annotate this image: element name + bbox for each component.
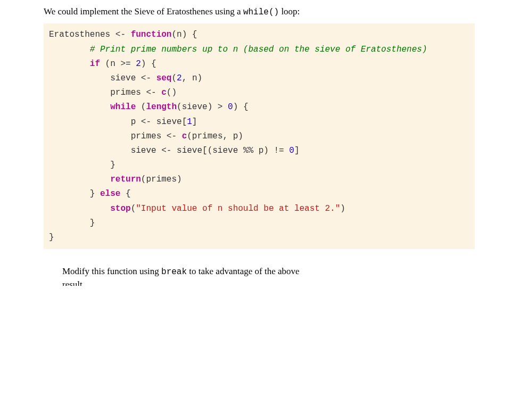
code-token: (primes) [141, 175, 182, 184]
code-token: ) { [141, 59, 156, 69]
code-func-seq: seq [156, 73, 172, 83]
code-token: sieve [49, 146, 161, 155]
code-token [131, 59, 136, 69]
code-token: primes [49, 131, 167, 141]
code-token [222, 102, 228, 112]
code-token: <- [167, 131, 182, 141]
code-token: <- [141, 117, 156, 127]
code-token [49, 204, 110, 213]
code-number: 0 [228, 102, 233, 112]
instruction-cutoff: result [62, 278, 400, 286]
code-token: , n) [182, 73, 202, 83]
code-token [49, 59, 90, 69]
code-token: != [274, 146, 284, 155]
code-token: (primes, p) [187, 131, 243, 141]
code-token: p) [253, 146, 274, 155]
instruction-paragraph: Modify this function using break to take… [62, 265, 400, 285]
intro-text-2: loop: [279, 6, 300, 17]
code-token: ( [171, 73, 177, 83]
code-func-c: c [182, 131, 187, 141]
code-token [49, 175, 110, 184]
code-keyword-function: function [131, 30, 172, 39]
code-token: Eratosthenes [49, 30, 115, 39]
code-token: (n) { [171, 30, 197, 39]
code-token [49, 102, 110, 112]
code-token: <- [115, 30, 131, 39]
code-keyword-return: return [110, 175, 141, 184]
code-token: sieve[(sieve [177, 146, 243, 155]
code-token: <- [141, 73, 156, 83]
code-block: Eratosthenes <- function(n) { # Print pr… [44, 23, 475, 249]
document-page: We could implement the Sieve of Eratosth… [0, 0, 512, 286]
code-token: ( [136, 102, 146, 112]
code-func-stop: stop [110, 204, 130, 213]
code-token [284, 146, 290, 155]
code-token: sieve [49, 73, 141, 83]
code-token: <- [146, 88, 161, 97]
code-number: 2 [177, 73, 182, 83]
instruction-text-1: Modify this function using [62, 266, 161, 276]
code-func-length: length [146, 102, 177, 112]
code-token: (n [100, 59, 120, 69]
code-token: ] [192, 117, 197, 127]
code-token: ) { [233, 102, 249, 112]
code-token: >= [120, 59, 130, 69]
code-number: 1 [187, 117, 192, 127]
code-token: { [120, 189, 130, 199]
code-token: ) [340, 204, 345, 213]
intro-paragraph: We could implement the Sieve of Eratosth… [44, 5, 475, 18]
code-token: } [49, 218, 95, 228]
instruction-text-2: to take advantage of the above [187, 266, 299, 276]
code-keyword-if: if [90, 59, 100, 69]
code-comment: # Print prime numbers up to n (based on … [90, 45, 427, 54]
code-token: <- [161, 146, 177, 155]
code-func-c: c [161, 88, 167, 97]
code-token [49, 45, 90, 54]
code-token: ] [294, 146, 300, 155]
code-token: primes [49, 88, 146, 97]
code-token: (sieve) [177, 102, 218, 112]
code-token: p [49, 117, 141, 127]
code-string: "Input value of n should be at least 2." [136, 204, 340, 213]
code-token: } [49, 233, 54, 242]
code-token: %% [243, 146, 253, 155]
intro-text-1: We could implement the Sieve of Eratosth… [44, 6, 243, 17]
code-token: sieve[ [156, 117, 187, 127]
code-keyword-while: while [110, 102, 136, 112]
code-token: () [167, 88, 177, 97]
code-number: 0 [289, 146, 294, 155]
code-number: 2 [136, 59, 141, 69]
inline-code-break: break [161, 267, 187, 277]
code-token: } [49, 160, 115, 170]
code-keyword-else: else [100, 189, 120, 199]
inline-code-while: while() [243, 7, 279, 17]
code-token: } [49, 189, 100, 199]
code-token: ( [131, 204, 136, 213]
